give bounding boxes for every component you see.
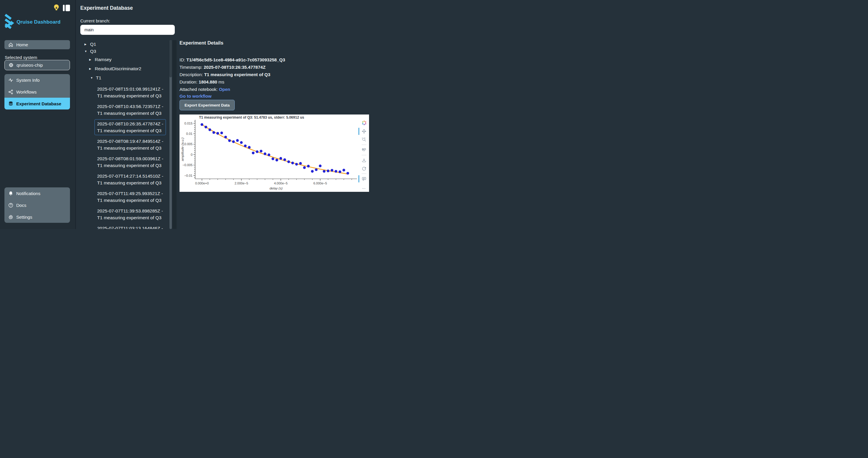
- gear-icon: [8, 215, 13, 220]
- data-point: [327, 170, 330, 172]
- data-point: [252, 152, 254, 154]
- detail-row: Duration: 1804.880 ms: [180, 78, 368, 86]
- data-point: [315, 168, 318, 171]
- experiment-entry[interactable]: 2025-07-08T10:43:56.723571Z -T1 measurin…: [94, 102, 166, 118]
- detail-value: 1804.880: [199, 79, 217, 85]
- entry-timestamp: 2025-07-08T10:26:35.477874Z -: [97, 121, 163, 127]
- detail-row: Attached notebook: Open: [180, 86, 368, 93]
- home-icon: [8, 42, 13, 47]
- help-icon: [8, 203, 13, 208]
- tree-node-q1[interactable]: ▶Q1: [80, 41, 169, 48]
- collapse-sidebar-icon[interactable]: [63, 5, 70, 11]
- data-point: [303, 166, 306, 169]
- tree-scrollbar-thumb[interactable]: [169, 40, 172, 77]
- system-select[interactable]: qruiseos-chip: [4, 60, 70, 70]
- sidebar-item-notifications[interactable]: Notifications: [4, 187, 70, 199]
- detail-label: Description:: [180, 72, 204, 77]
- data-point: [295, 163, 298, 166]
- tree-node-readoutdiscriminator2[interactable]: ▶ReadoutDiscriminator2: [80, 65, 169, 72]
- chevron-down-icon[interactable]: ▼: [90, 76, 94, 79]
- sidebar-item-workflows[interactable]: Workflows: [4, 86, 70, 98]
- tree-node-q3[interactable]: ▼Q3: [80, 48, 169, 55]
- sidebar-item-label: Workflows: [16, 90, 37, 94]
- sidebar-item-label: System Info: [16, 77, 39, 83]
- sidebar-item-system-info[interactable]: System Info: [4, 74, 70, 86]
- entry-description: T1 measuring experiment of Q3: [97, 110, 163, 117]
- data-point: [256, 151, 258, 153]
- modebar-active-indicator: [359, 128, 359, 135]
- lasso-select-icon[interactable]: [360, 146, 368, 154]
- data-point: [283, 158, 286, 161]
- qruise-logo-icon: [4, 12, 14, 32]
- sidebar-item-home[interactable]: Home: [4, 40, 70, 49]
- experiment-entry[interactable]: 2025-07-08T08:19:47.849514Z -T1 measurin…: [94, 137, 166, 153]
- brand-title: Qruise Dashboard: [17, 19, 61, 25]
- experiment-entry-selected[interactable]: 2025-07-08T10:26:35.477874Z -T1 measurin…: [94, 119, 166, 135]
- detail-label: Timestamp:: [180, 65, 204, 70]
- x-tick-label: 6.000e−5: [313, 182, 327, 185]
- plotly-logo-icon[interactable]: [360, 119, 368, 127]
- data-point: [331, 169, 333, 172]
- sidebar: Qruise Dashboard Home Selected system qr…: [0, 0, 76, 229]
- download-icon[interactable]: [360, 156, 368, 164]
- data-point: [236, 139, 239, 142]
- modebar-divider: [362, 173, 366, 174]
- y-tick-label: −0.005: [182, 163, 192, 167]
- y-tick-label: 0: [191, 153, 192, 156]
- entry-timestamp: 2025-07-07T14:27:14.514510Z -: [97, 173, 163, 179]
- chevron-right-icon[interactable]: ▶: [85, 43, 88, 46]
- experiment-plot-card: T1 measuring experiment of Q3: 51.4783 u…: [180, 115, 369, 192]
- go-to-workflow-link[interactable]: Go to workflow: [180, 94, 211, 99]
- more-icon[interactable]: [360, 183, 368, 191]
- tree-node-label: Q3: [90, 49, 96, 54]
- tree-node-t1[interactable]: ▼T1: [80, 74, 169, 81]
- data-point: [216, 132, 219, 135]
- chip-icon: [8, 63, 13, 68]
- chevron-right-icon[interactable]: ▶: [89, 58, 93, 61]
- tree-node-ramsey[interactable]: ▶Ramsey: [80, 56, 169, 63]
- branch-input[interactable]: [80, 25, 175, 35]
- sidebar-item-experiment-database[interactable]: Experiment Database: [4, 98, 70, 109]
- data-point: [213, 131, 215, 134]
- chevron-right-icon[interactable]: ▶: [89, 67, 93, 70]
- reset-axes-icon[interactable]: [360, 164, 368, 173]
- experiment-entry[interactable]: 2025-07-07T14:27:14.514510Z -T1 measurin…: [94, 171, 166, 187]
- entry-description: T1 measuring experiment of Q3: [97, 179, 163, 186]
- t1-decay-chart[interactable]: T1 measuring experiment of Q3: 51.4783 u…: [180, 115, 369, 192]
- tree-node-label: Ramsey: [95, 57, 112, 62]
- sidebar-item-label: Docs: [16, 203, 26, 208]
- data-point: [220, 132, 223, 134]
- entry-description: T1 measuring experiment of Q3: [97, 92, 163, 99]
- sidebar-item-settings[interactable]: Settings: [4, 211, 70, 223]
- sidebar-item-docs[interactable]: Docs: [4, 199, 70, 211]
- entry-timestamp: 2025-07-07T11:39:53.898285Z -: [97, 207, 163, 214]
- export-experiment-data-button[interactable]: Export Experiment Data: [180, 100, 235, 110]
- entry-timestamp: 2025-07-07T11:03:13.164846Z -: [97, 225, 163, 229]
- experiment-entry[interactable]: 2025-07-08T15:01:08.991241Z -T1 measurin…: [94, 85, 166, 100]
- experiment-entry[interactable]: 2025-07-07T11:49:25.993521Z -T1 measurin…: [94, 189, 166, 205]
- experiment-entry[interactable]: 2025-07-07T11:39:53.898285Z -T1 measurin…: [94, 206, 166, 222]
- qruise-dashboard-app: Qruise Dashboard Home Selected system qr…: [0, 0, 434, 229]
- tree-node-label: T1: [96, 75, 101, 80]
- data-point: [260, 150, 262, 152]
- hover-icon[interactable]: [360, 175, 368, 183]
- entry-description: T1 measuring experiment of Q3: [97, 197, 163, 204]
- zoom-box-icon[interactable]: [360, 135, 368, 144]
- data-point: [299, 162, 302, 165]
- pan-icon[interactable]: [360, 127, 368, 135]
- data-point: [272, 158, 274, 160]
- open-notebook-link[interactable]: Open: [219, 87, 230, 92]
- data-point: [205, 126, 207, 128]
- chevron-down-icon[interactable]: ▼: [85, 50, 88, 53]
- data-point: [244, 144, 247, 147]
- theme-bulb-icon[interactable]: [54, 4, 59, 11]
- experiment-entry[interactable]: 2025-07-07T11:03:13.164846Z -T1 measurin…: [94, 224, 166, 229]
- y-tick-label: 0.01: [186, 132, 192, 135]
- experiment-entry[interactable]: 2025-07-08T08:01:59.003961Z -T1 measurin…: [94, 154, 166, 170]
- data-point: [307, 165, 310, 167]
- data-point: [248, 146, 251, 149]
- selected-system-label: Selected system: [5, 55, 37, 60]
- experiment-tree: ▶Q1▼Q3▶Ramsey▶ReadoutDiscriminator2▼T120…: [80, 40, 169, 229]
- database-icon: [8, 101, 13, 106]
- y-axis-title: amplitude (a.u.): [181, 137, 184, 161]
